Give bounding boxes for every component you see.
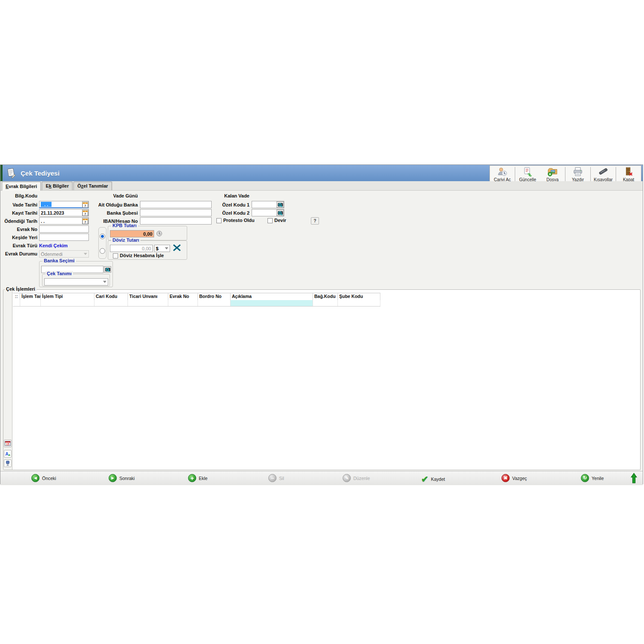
arrow-right-icon: ► [109,474,117,482]
close-door-icon [623,167,634,177]
protesto-oldu-checkbox[interactable] [216,218,222,223]
yazdir-button[interactable]: Yazdır [565,166,590,182]
doviz-hesabina-isle-checkbox[interactable] [113,253,118,258]
tab-bar: Evrak Bilgileri Ek Bilgiler Özel Tanımla… [0,181,643,191]
vade-tarihi-calendar-icon[interactable]: 7 [82,201,88,208]
chevron-down-icon [103,281,106,283]
grid-header-row: :: İşlem Tarihi İşlem Tipi Cari Kodu Tic… [13,293,380,301]
user-clock-icon [497,167,508,177]
vade-tarihi-field[interactable]: . . [39,201,89,208]
grid-header-aciklama[interactable]: Açıklama [231,293,313,300]
kisayollar-button[interactable]: Kısayollar [591,166,616,182]
x-icon: ✖ [501,474,510,482]
cek-tanimi-group: Çek Tanımı [42,274,110,286]
odendigi-tarih-input[interactable] [39,217,89,225]
pencil-icon: ✎ [343,474,351,482]
scroll-top-button[interactable] [631,473,637,485]
arrow-left-icon: ◄ [31,474,39,482]
help-button[interactable]: ? [311,217,319,225]
ozel-kodu-2-lookup-icon[interactable] [276,210,284,216]
ait-oldugu-banka-input[interactable] [140,201,212,208]
cek-islemleri-title: Çek İşlemleri [5,286,36,292]
edit-button: ✎ Düzenle [343,474,370,482]
currency-value: $ [156,246,158,251]
doviz-amount-radio[interactable] [100,248,105,254]
kpb-amount-radio[interactable] [100,234,105,239]
grid-settings-icon[interactable] [4,459,12,467]
evrak-turu-value: Kendi Çekim [39,243,68,248]
grid-cell [198,300,231,306]
calendar-filter-icon[interactable]: 15 [4,440,12,447]
grid-empty-row[interactable] [13,300,380,307]
grid-header-islem-tipi[interactable]: İşlem Tipi [41,293,94,300]
grid-cell-aciklama-highlight [231,300,313,306]
currency-select[interactable]: $ [154,245,170,252]
svg-text:A: A [5,451,9,456]
delete-button: − Sil [268,474,284,482]
kpb-tutari-input[interactable] [110,230,154,237]
dosya-button[interactable]: Dosya [540,166,565,182]
ozel-kodu-1-lookup-icon[interactable] [276,201,284,208]
doviz-tutari-input[interactable] [110,245,153,252]
banka-subesi-input[interactable] [140,209,212,216]
bilg-kodu-label: Bilg.Kodu [0,193,37,198]
cek-tanimi-select[interactable] [44,278,108,286]
shortcuts-remote-icon [598,167,609,177]
grid-header-sube-kodu[interactable]: Şube Kodu [338,293,380,300]
kayit-tarihi-calendar-icon[interactable]: 7 [82,210,88,216]
evrak-no-input[interactable] [39,225,89,233]
protesto-oldu-label: Protesto Oldu [223,218,255,223]
form-panel: Bilg.Kodu Vade Tarihi Kayıt Tarihi Ödend… [0,191,643,471]
grid-cell [13,300,20,306]
tab-evrak-bilgileri[interactable]: Evrak Bilgileri [2,182,41,191]
next-button[interactable]: ► Sonraki [109,474,135,482]
svg-text:7: 7 [85,204,86,207]
kpb-tutari-title: KPB Tutarı [111,223,138,228]
previous-button[interactable]: ◄ Önceki [31,474,56,482]
printer-icon [572,167,583,177]
kayit-tarihi-label: Kayıt Tarihi [0,210,37,216]
evrak-durumu-value: Ödenmedi [41,252,63,257]
tab-ek-bilgiler[interactable]: Ek Bilgiler [42,182,73,190]
grid-header-bordro-no[interactable]: Bordro No [198,293,231,300]
exchange-rate-icon[interactable] [173,244,181,252]
banka-secimi-lookup-icon[interactable] [104,266,111,273]
kayit-tarihi-input[interactable] [39,209,89,216]
iban-hesap-no-input[interactable] [140,217,212,225]
grid-header-islem-tarihi[interactable]: İşlem Tarihi [20,293,41,300]
svg-text:7: 7 [85,212,86,215]
grid-header-cari-kodu[interactable]: Cari Kodu [94,293,128,300]
ait-oldugu-banka-label: Ait Olduğu Banka [88,202,138,207]
button-label: Önceki [42,476,56,481]
banka-secimi-group: Banka Seçimi Çek Tanımı [39,261,113,287]
grid-header-ticari-unvani[interactable]: Ticari Unvanı [128,293,168,300]
devir-checkbox[interactable] [267,218,273,223]
grid-header-evrak-no[interactable]: Evrak No [168,293,198,300]
banka-subesi-label: Banka Şubesi [88,210,138,216]
button-label: Sonraki [119,476,135,481]
desktop: Çek Tediyesi Cariyi Aç [0,0,644,644]
cancel-button[interactable]: ✖ Vazgeç [501,474,527,482]
grid-cell [20,300,41,306]
save-button[interactable]: ✔ Kaydet [421,474,445,484]
add-button[interactable]: + Ekle [188,474,207,482]
amount-radio-group [98,227,106,259]
refresh-icon: ↻ [581,474,589,482]
font-sort-icon[interactable]: A [4,450,12,458]
kapat-button[interactable]: Kapat [616,166,641,182]
grid-header-bag-kodu[interactable]: Bağ.Kodu [313,293,338,300]
refresh-button[interactable]: ↻ Yenile [581,474,604,482]
keside-yeri-input[interactable] [39,234,89,241]
tab-ozel-tanimlar[interactable]: Özel Tanımlar [73,182,112,190]
plus-icon: + [188,474,196,482]
folder-add-icon [547,167,558,177]
cek-tanimi-title: Çek Tanımı [46,271,73,276]
chevron-down-icon [84,253,87,255]
evrak-durumu-label: Evrak Durumu [0,251,37,256]
grid-cell [338,300,380,306]
odendigi-tarih-calendar-icon[interactable]: 7 [82,218,88,224]
cariyi-ac-button[interactable]: Cariyi Aç [490,166,515,182]
vade-gunu-label: Vade Günü [88,193,138,198]
button-label: Düzenle [353,476,370,481]
guncelle-button[interactable]: Güncelle [515,166,540,182]
